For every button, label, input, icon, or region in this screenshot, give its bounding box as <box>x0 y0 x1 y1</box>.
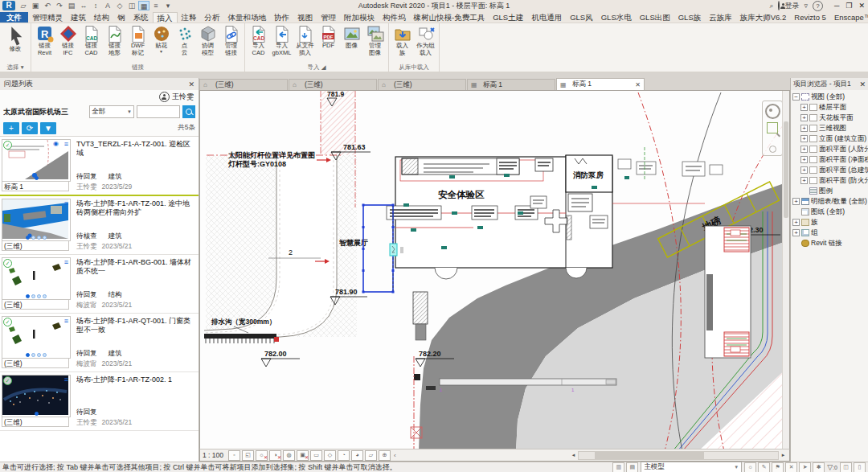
measure-icon[interactable]: ↔ <box>78 1 89 10</box>
ribbon-button-点-云[interactable]: 点 云 <box>173 24 196 56</box>
expander-icon[interactable]: − <box>792 93 800 101</box>
issue-thumbnail[interactable]: ✓≡ <box>2 375 71 417</box>
view-properties-icon[interactable]: ▱ <box>365 450 377 461</box>
ribbon-tab-Enscape™[interactable]: Enscape™ <box>830 12 868 23</box>
steering-wheel-icon[interactable] <box>765 104 780 119</box>
ribbon-button-管理-图像[interactable]: 管理 图像 <box>363 24 387 56</box>
navbar-options-icon[interactable] <box>769 146 776 153</box>
ribbon-button-链接-IFC[interactable]: 链接 IFC <box>56 24 80 56</box>
hide-isolate-icon[interactable]: ◔ <box>338 450 350 461</box>
switch-windows-icon[interactable]: ▦ <box>138 1 149 10</box>
search-icon[interactable]: ⌕ <box>769 2 773 10</box>
ribbon-button-图像[interactable]: 图像 <box>340 24 363 50</box>
tree-item-图纸 (全部)[interactable]: 图纸 (全部) <box>791 207 868 217</box>
pin-icon[interactable]: ◉ <box>53 141 59 147</box>
tree-item-三维视图[interactable]: +三维视图 <box>791 123 868 133</box>
restore-button[interactable]: ❐ <box>845 2 852 10</box>
item-menu-icon[interactable]: ≡ <box>64 200 68 207</box>
dimension-icon[interactable]: ↕ <box>90 1 101 10</box>
unlock-view-icon[interactable]: ◇ <box>324 450 336 461</box>
relinquish-icon[interactable]: ✕ <box>785 462 797 472</box>
zoom-icon[interactable] <box>767 122 778 133</box>
ribbon-tab-系统[interactable]: 系统 <box>129 12 153 23</box>
open-icon[interactable]: ▱ <box>18 1 29 10</box>
expander-icon[interactable]: + <box>800 104 808 111</box>
add-issue-button[interactable]: + <box>3 122 19 134</box>
issue-item-2[interactable]: ✓≡(三维)场布-土护降-F1-AR-BG-001. 墙体材质不统一待回复结构梅… <box>0 255 199 314</box>
revit-logo-icon[interactable]: R <box>2 1 15 10</box>
sun-path-icon[interactable]: ☼ <box>256 450 268 461</box>
ribbon-tab-体量和场地[interactable]: 体量和场地 <box>224 12 271 23</box>
editable-only-icon[interactable]: ✎ <box>758 462 770 472</box>
section-icon[interactable]: ◫ <box>126 1 137 10</box>
item-menu-icon[interactable]: ≡ <box>64 318 68 324</box>
thin-lines-icon[interactable]: ≡ <box>150 1 162 10</box>
ribbon-button-导入-gbXML[interactable]: 导入 gbXML <box>270 24 293 56</box>
design-options-icon[interactable]: ▤ <box>626 462 638 472</box>
ribbon-button-贴花[interactable]: 贴花▾ <box>149 24 173 54</box>
expander-icon[interactable]: + <box>800 156 808 163</box>
issue-thumbnail[interactable]: ≡ <box>2 199 71 241</box>
right-building[interactable] <box>705 226 751 358</box>
ribbon-tab-钢[interactable]: 钢 <box>113 12 129 23</box>
panel-label-select[interactable]: 选择 ▾ <box>2 63 29 72</box>
ribbon-tab-分析[interactable]: 分析 <box>201 12 224 23</box>
tree-item-面积平面 (净面积)[interactable]: +面积平面 (净面积) <box>791 154 868 165</box>
issue-thumbnail[interactable]: ✓≡ <box>2 257 71 300</box>
save-icon[interactable]: ▣ <box>30 1 41 10</box>
ribbon-tab-GLS风[interactable]: GLS风 <box>566 12 597 23</box>
expander-icon[interactable]: + <box>792 198 800 205</box>
text-icon[interactable]: A <box>102 1 113 10</box>
close-icon[interactable]: ✕ <box>859 80 866 88</box>
issue-thumbnail[interactable]: ✓≡◉ <box>2 139 71 182</box>
tree-item-视图 (全部)[interactable]: −视图 (全部) <box>791 92 868 102</box>
ribbon-tab-文件[interactable]: 文件 <box>0 12 28 23</box>
ribbon-tab-构件坞[interactable]: 构件坞 <box>379 12 410 23</box>
panel-toggle2-icon[interactable]: ▯ <box>854 462 866 472</box>
expander-icon[interactable]: + <box>800 146 808 153</box>
ribbon-tab-族库大师V6.2[interactable]: 族库大师V6.2 <box>736 12 791 23</box>
refresh-button[interactable]: ⟳ <box>22 122 38 134</box>
ribbon-tab-附加模块[interactable]: 附加模块 <box>340 12 379 23</box>
horizontal-scrollbar[interactable]: ◂ ▸ <box>570 451 787 460</box>
issue-item-1[interactable]: ≡(三维)场布-土护降-F1-AR-TZ-001. 途中地砖两侧栏杆需向外扩待核… <box>0 196 199 255</box>
design-option-select[interactable]: 主模型▼ <box>641 462 742 472</box>
filter-button[interactable]: ▼ <box>40 122 56 134</box>
ribbon-button-DWF-标记[interactable]: DWF 标记 <box>126 24 149 56</box>
ribbon-tab-结构[interactable]: 结构 <box>90 12 113 23</box>
ribbon-button-链接-Revit[interactable]: R链接 Revit <box>33 24 56 56</box>
navigation-bar[interactable] <box>762 101 783 156</box>
crop-view-icon[interactable]: ▣ <box>297 450 309 461</box>
drawing-viewport[interactable]: 太阳能灯杆位置详见布置图 灯杆型号:GY0108 781.9 781.63 78… <box>199 90 790 449</box>
ribbon-tab-注释[interactable]: 注释 <box>178 12 201 23</box>
ribbon-button-PDF[interactable]: PDFPDF <box>317 24 340 50</box>
ribbon-button-作为组-载入[interactable]: 作为组 载入 <box>414 24 437 56</box>
3d-view-icon[interactable]: ◇ <box>114 1 125 10</box>
expander-icon[interactable]: + <box>800 177 808 184</box>
select-toggle-icon[interactable]: ➤ <box>799 462 811 472</box>
visual-style-icon[interactable]: ◱ <box>242 450 254 461</box>
scroll-left-icon[interactable]: ◂ <box>570 452 577 458</box>
ribbon-tab-GLS土建[interactable]: GLS土建 <box>489 12 527 23</box>
cart-icon[interactable]: ▿ <box>804 2 808 10</box>
ribbon-tab-GLS水电[interactable]: GLS水电 <box>597 12 636 23</box>
user-icon[interactable] <box>778 2 780 10</box>
login-label[interactable]: 登录 <box>784 1 799 11</box>
close-button[interactable]: ✕ <box>858 2 865 10</box>
ribbon-tab-协作[interactable]: 协作 <box>270 12 293 23</box>
expander-icon[interactable]: + <box>800 166 808 174</box>
ribbon-tab-机电通用[interactable]: 机电通用 <box>527 12 566 23</box>
tree-item-面积平面 (人防分区面积)[interactable]: +面积平面 (人防分区面积) <box>791 144 868 154</box>
collapse-icon[interactable]: ‹ <box>394 452 396 459</box>
tree-item-面积平面 (防火分区面积)[interactable]: +面积平面 (防火分区面积) <box>791 175 868 186</box>
ribbon-button-修改[interactable]: 修改 <box>2 24 29 53</box>
expander-icon[interactable]: + <box>800 125 808 132</box>
view-tab-3[interactable]: ▦标高 1 <box>467 79 555 90</box>
filter-icon[interactable]: ▽:0 <box>827 463 837 471</box>
tree-item-图例[interactable]: 图例 <box>791 186 868 196</box>
ribbon-tab-管理[interactable]: 管理 <box>317 12 340 23</box>
undo-icon[interactable]: ↶ <box>42 1 53 10</box>
item-menu-icon[interactable]: ≡ <box>64 376 68 383</box>
tree-item-Revit 链接[interactable]: Revit 链接 <box>791 238 868 248</box>
reveal-hidden-icon[interactable]: ◕ <box>351 450 363 461</box>
